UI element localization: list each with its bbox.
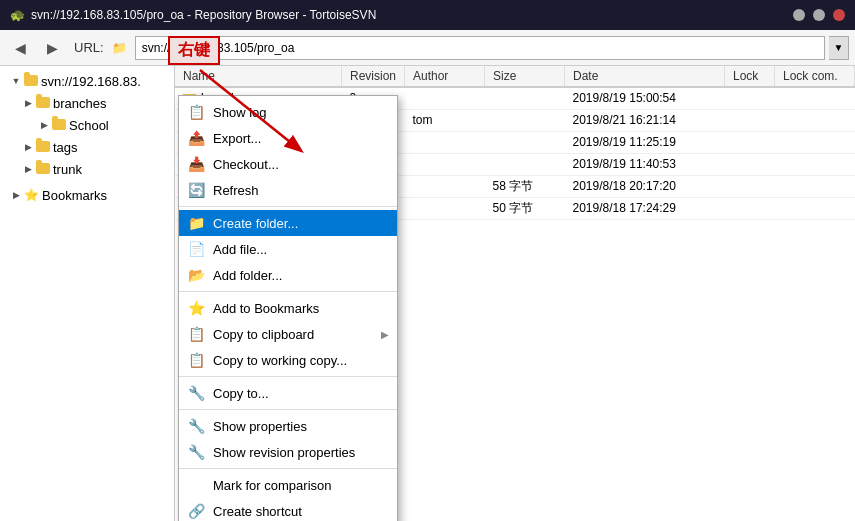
toggle-bookmarks: ▶: [8, 187, 24, 203]
menu-item-copy-working[interactable]: 📋 Copy to working copy...: [179, 347, 397, 373]
tree-branches-label: branches: [53, 96, 106, 111]
school-folder-icon: [52, 118, 66, 133]
show-properties-icon: 🔧: [187, 417, 205, 435]
tree-item-tags[interactable]: ▶ tags: [0, 136, 174, 158]
close-btn[interactable]: [833, 9, 845, 21]
add-folder-label: Add folder...: [213, 268, 389, 283]
cell-lockcom: [775, 109, 855, 131]
cell-size: 58 字节: [485, 175, 565, 197]
branches-folder-icon: [36, 96, 50, 111]
show-properties-label: Show properties: [213, 419, 389, 434]
col-header-date[interactable]: Date: [565, 66, 725, 87]
window-controls: [793, 9, 845, 21]
copy-working-label: Copy to working copy...: [213, 353, 389, 368]
url-dropdown[interactable]: ▼: [829, 36, 849, 60]
cell-author: tom: [405, 109, 485, 131]
menu-item-add-bookmarks[interactable]: ⭐ Add to Bookmarks: [179, 295, 397, 321]
bookmarks-star-icon: ⭐: [24, 188, 39, 202]
menu-item-show-log[interactable]: 📋 Show log: [179, 99, 397, 125]
copy-to-icon: 🔧: [187, 384, 205, 402]
forward-button[interactable]: ▶: [38, 34, 66, 62]
tree-school-label: School: [69, 118, 109, 133]
create-folder-label: Create folder...: [213, 216, 389, 231]
toggle-school: ▶: [36, 117, 52, 133]
col-header-size[interactable]: Size: [485, 66, 565, 87]
minimize-btn[interactable]: [793, 9, 805, 21]
cell-size: [485, 153, 565, 175]
cell-lock: [725, 87, 775, 109]
col-header-lockcom[interactable]: Lock com.: [775, 66, 855, 87]
tree-trunk-label: trunk: [53, 162, 82, 177]
menu-item-create-folder[interactable]: 📁 Create folder...: [179, 210, 397, 236]
titlebar: 🐢 svn://192.168.83.105/pro_oa - Reposito…: [0, 0, 855, 30]
cell-lockcom: [775, 153, 855, 175]
tree-tags-label: tags: [53, 140, 78, 155]
tree-item-school[interactable]: ▶ School: [0, 114, 174, 136]
submenu-arrow: ▶: [381, 329, 389, 340]
cell-date: 2019/8/19 15:00:54: [565, 87, 725, 109]
col-header-name[interactable]: Name: [175, 66, 341, 87]
export-icon: 📤: [187, 129, 205, 147]
col-header-author[interactable]: Author: [405, 66, 485, 87]
menu-item-add-file[interactable]: 📄 Add file...: [179, 236, 397, 262]
tree-item-branches[interactable]: ▶ branches: [0, 92, 174, 114]
root-folder-icon: [24, 74, 38, 89]
menu-item-show-revision-properties[interactable]: 🔧 Show revision properties: [179, 439, 397, 465]
menu-item-create-shortcut[interactable]: 🔗 Create shortcut: [179, 498, 397, 521]
back-button[interactable]: ◀: [6, 34, 34, 62]
menu-item-export[interactable]: 📤 Export...: [179, 125, 397, 151]
menu-item-show-properties[interactable]: 🔧 Show properties: [179, 413, 397, 439]
toggle-trunk: ▶: [20, 161, 36, 177]
cell-author: [405, 153, 485, 175]
export-label: Export...: [213, 131, 389, 146]
cell-lock: [725, 153, 775, 175]
toggle-root: ▼: [8, 73, 24, 89]
toggle-tags: ▶: [20, 139, 36, 155]
menu-item-copy-to[interactable]: 🔧 Copy to...: [179, 380, 397, 406]
show-log-icon: 📋: [187, 103, 205, 121]
cell-date: 2019/8/18 17:24:29: [565, 197, 725, 219]
tree-item-bookmarks[interactable]: ▶ ⭐ Bookmarks: [4, 184, 174, 206]
context-menu: 📋 Show log 📤 Export... 📥 Checkout... 🔄 R…: [178, 95, 398, 521]
menu-item-add-folder[interactable]: 📂 Add folder...: [179, 262, 397, 288]
cell-lockcom: [775, 131, 855, 153]
create-shortcut-icon: 🔗: [187, 502, 205, 520]
cell-size: 50 字节: [485, 197, 565, 219]
tree-item-root[interactable]: ▼ svn://192.168.83.: [4, 70, 174, 92]
cell-date: 2019/8/18 20:17:20: [565, 175, 725, 197]
menu-item-checkout[interactable]: 📥 Checkout...: [179, 151, 397, 177]
menu-item-copy-clipboard[interactable]: 📋 Copy to clipboard ▶: [179, 321, 397, 347]
col-header-revision[interactable]: Revision: [341, 66, 404, 87]
col-header-lock[interactable]: Lock: [725, 66, 775, 87]
cell-size: [485, 87, 565, 109]
url-input[interactable]: [135, 36, 825, 60]
cell-date: 2019/8/19 11:40:53: [565, 153, 725, 175]
maximize-btn[interactable]: [813, 9, 825, 21]
cell-author: [405, 175, 485, 197]
show-log-label: Show log: [213, 105, 389, 120]
table-header-row: Name Revision Author Size Date Lock Lock…: [175, 66, 855, 87]
tree-item-trunk[interactable]: ▶ trunk: [0, 158, 174, 180]
menu-separator: [179, 468, 397, 469]
refresh-icon: 🔄: [187, 181, 205, 199]
cell-author: [405, 131, 485, 153]
cell-lock: [725, 131, 775, 153]
cell-size: [485, 109, 565, 131]
cell-date: 2019/8/21 16:21:14: [565, 109, 725, 131]
menu-item-refresh[interactable]: 🔄 Refresh: [179, 177, 397, 203]
create-folder-icon: 📁: [187, 214, 205, 232]
annotation-box: 右键: [168, 36, 220, 65]
toolbar: ◀ ▶ URL: 📁 ▼: [0, 30, 855, 66]
menu-item-mark-comparison[interactable]: Mark for comparison: [179, 472, 397, 498]
toggle-branches: ▶: [20, 95, 36, 111]
menu-separator: [179, 291, 397, 292]
tree-bookmarks-label: Bookmarks: [42, 188, 107, 203]
menu-separator: [179, 409, 397, 410]
tree-panel: ▼ svn://192.168.83. ▶ branches ▶ School …: [0, 66, 175, 521]
mark-comparison-label: Mark for comparison: [213, 478, 389, 493]
add-file-label: Add file...: [213, 242, 389, 257]
checkout-label: Checkout...: [213, 157, 389, 172]
menu-separator: [179, 376, 397, 377]
trunk-folder-icon: [36, 162, 50, 177]
copy-clipboard-label: Copy to clipboard: [213, 327, 373, 342]
